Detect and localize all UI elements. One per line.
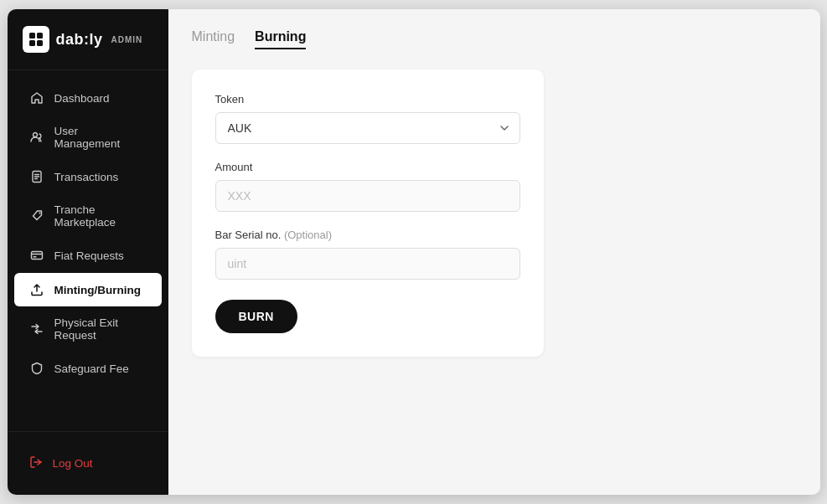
logout-icon	[29, 455, 43, 471]
sidebar-footer: Log Out	[8, 431, 168, 495]
tab-burning[interactable]: Burning	[255, 29, 306, 49]
logo-text: dab:ly	[56, 31, 103, 49]
bar-serial-group: Bar Serial no. (Optional)	[215, 229, 520, 280]
sidebar-item-transactions[interactable]: Transactions	[14, 160, 162, 193]
sidebar-item-minting-burning-label: Minting/Burning	[54, 284, 141, 296]
token-label: Token	[215, 93, 520, 105]
token-select[interactable]: AUK ETH BTC	[215, 112, 520, 144]
sidebar-item-dashboard-label: Dashboard	[54, 92, 110, 105]
logo-area: dab:ly ADMIN	[8, 9, 168, 70]
home-icon	[29, 90, 44, 105]
svg-rect-10	[31, 252, 42, 260]
amount-group: Amount	[215, 161, 520, 212]
bar-serial-input[interactable]	[215, 248, 520, 280]
sidebar-item-minting-burning[interactable]: Minting/Burning	[14, 273, 162, 306]
svg-rect-12	[33, 256, 36, 258]
main-content: Minting Burning Token AUK ETH BTC Amount	[168, 9, 820, 495]
svg-rect-0	[29, 33, 35, 39]
arrows-icon	[29, 321, 44, 337]
credit-card-icon	[29, 248, 44, 263]
sidebar-item-tranche-marketplace-label: Tranche Marketplace	[54, 203, 147, 229]
svg-point-4	[33, 133, 37, 137]
sidebar-item-transactions-label: Transactions	[54, 171, 119, 183]
sidebar-item-safeguard-fee[interactable]: Safeguard Fee	[14, 352, 162, 385]
sidebar: dab:ly ADMIN Dashboard	[8, 9, 168, 495]
logout-button[interactable]: Log Out	[14, 446, 162, 481]
admin-badge: ADMIN	[111, 35, 143, 44]
file-icon	[29, 169, 44, 184]
token-group: Token AUK ETH BTC	[215, 93, 520, 144]
sidebar-item-dashboard[interactable]: Dashboard	[14, 81, 162, 115]
tag-icon	[29, 208, 44, 224]
logout-label: Log Out	[53, 457, 93, 470]
amount-input[interactable]	[215, 180, 520, 212]
bar-serial-optional-text: (Optional)	[284, 229, 332, 241]
bar-serial-label: Bar Serial no. (Optional)	[215, 229, 520, 241]
sidebar-item-safeguard-fee-label: Safeguard Fee	[54, 363, 129, 375]
content-area: Minting Burning Token AUK ETH BTC Amount	[168, 9, 820, 495]
svg-rect-1	[37, 33, 43, 39]
tab-minting[interactable]: Minting	[192, 29, 235, 49]
sidebar-item-user-management-label: User Management	[54, 125, 147, 150]
sidebar-item-fiat-requests[interactable]: Fiat Requests	[14, 239, 162, 272]
tabs-row: Minting Burning	[192, 29, 797, 49]
burn-button[interactable]: BURN	[215, 300, 297, 333]
shield-icon	[29, 361, 44, 376]
svg-rect-2	[29, 40, 35, 46]
sidebar-item-physical-exit-request-label: Physical Exit Request	[54, 316, 147, 342]
svg-rect-3	[37, 40, 43, 46]
sidebar-item-tranche-marketplace[interactable]: Tranche Marketplace	[14, 194, 162, 238]
burn-form-card: Token AUK ETH BTC Amount Bar Serial no.	[192, 69, 544, 357]
sidebar-item-user-management[interactable]: User Management	[14, 116, 162, 159]
sidebar-nav: Dashboard User Management	[8, 70, 168, 431]
logo-icon	[23, 26, 49, 53]
sidebar-item-physical-exit-request[interactable]: Physical Exit Request	[14, 307, 162, 351]
users-icon	[29, 130, 44, 145]
svg-point-9	[39, 213, 40, 214]
amount-label: Amount	[215, 161, 520, 173]
upload-icon	[29, 282, 44, 297]
sidebar-item-fiat-requests-label: Fiat Requests	[54, 249, 124, 262]
